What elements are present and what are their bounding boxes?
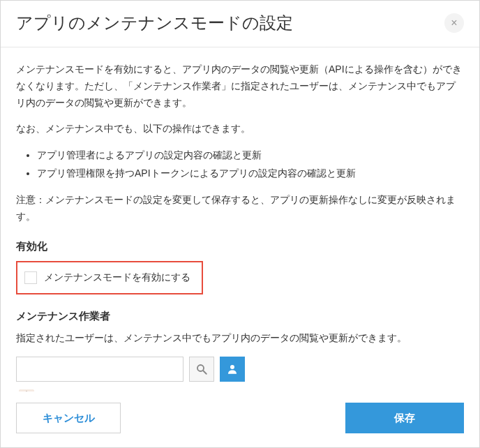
person-icon (226, 363, 239, 375)
worker-search-input[interactable] (16, 357, 183, 382)
svg-line-1 (203, 371, 207, 374)
dialog-footer: キャンセル 保存 (1, 391, 479, 447)
intro-bullet-1: アプリ管理者によるアプリの設定内容の確認と更新 (37, 147, 464, 164)
intro-paragraph-1: メンテナンスモードを有効にすると、アプリ内のデータの閲覧や更新（APIによる操作… (16, 61, 464, 111)
intro-paragraph-2: なお、メンテナンス中でも、以下の操作はできます。 (16, 121, 464, 137)
workers-description: 指定されたユーザーは、メンテナンス中でもアプリ内のデータの閲覧や更新ができます。 (16, 330, 464, 347)
enable-heading: 有効化 (16, 237, 464, 255)
selected-worker-chip: 田中 愛美 × (16, 386, 214, 391)
enable-checkbox[interactable] (24, 271, 37, 284)
enable-checkbox-row[interactable]: メンテナンスモードを有効にする (16, 261, 203, 294)
worker-picker-row (16, 357, 464, 382)
worker-search-button[interactable] (189, 357, 214, 382)
close-icon: × (451, 17, 457, 29)
save-button[interactable]: 保存 (345, 403, 464, 433)
workers-heading: メンテナンス作業者 (16, 307, 464, 325)
intro-bullet-2: アプリ管理権限を持つAPIトークンによるアプリの設定内容の確認と更新 (37, 165, 464, 182)
intro-note: 注意：メンテナンスモードの設定を変更して保存すると、アプリの更新操作なしに変更が… (16, 192, 464, 225)
dialog-body: メンテナンスモードを有効にすると、アプリ内のデータの閲覧や更新（APIによる操作… (1, 47, 479, 391)
enable-checkbox-label: メンテナンスモードを有効にする (44, 269, 190, 286)
cancel-button[interactable]: キャンセル (16, 403, 121, 433)
intro-bullet-list: アプリ管理者によるアプリの設定内容の確認と更新 アプリ管理権限を持つAPIトーク… (16, 147, 464, 182)
dialog-title: アプリのメンテナンスモードの設定 (16, 12, 293, 34)
close-button[interactable]: × (444, 13, 464, 33)
worker-org-picker-button[interactable] (220, 357, 245, 382)
svg-point-2 (230, 365, 234, 369)
search-icon (195, 363, 208, 375)
maintenance-mode-dialog: アプリのメンテナンスモードの設定 × メンテナンスモードを有効にすると、アプリ内… (1, 1, 479, 447)
dialog-header: アプリのメンテナンスモードの設定 × (1, 1, 479, 47)
